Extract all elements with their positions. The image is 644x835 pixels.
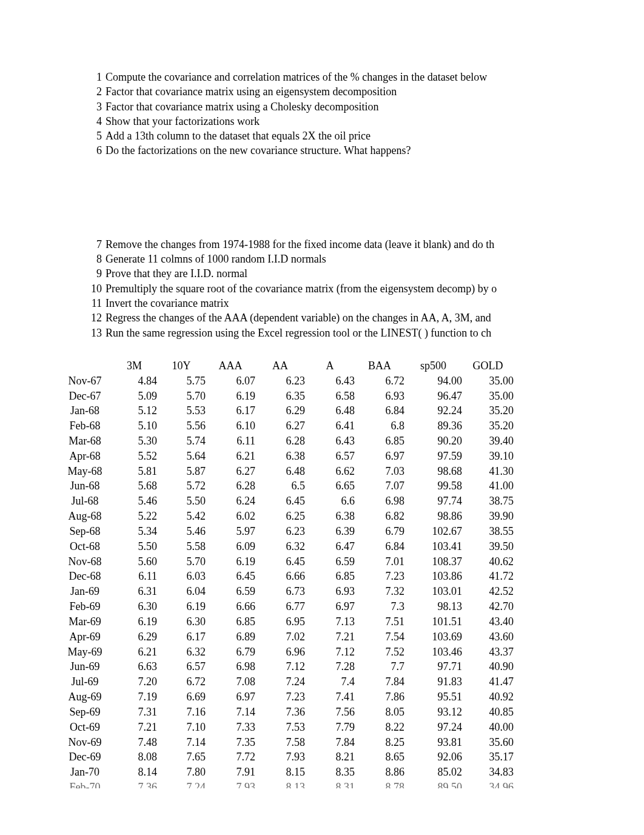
cell: 35.00 xyxy=(462,374,514,389)
cell: 43.37 xyxy=(462,645,514,660)
cell: 6.28 xyxy=(206,478,255,494)
row-label: Jun-68 xyxy=(61,478,112,494)
table-row: Jun-685.685.726.286.56.657.0799.5841.00 xyxy=(61,478,583,494)
cell: 85.02 xyxy=(404,765,462,780)
cell: 6.11 xyxy=(112,569,157,584)
cell: 7.53 xyxy=(255,720,305,735)
cell: 7.14 xyxy=(206,705,255,720)
cell: 6.02 xyxy=(206,509,255,524)
cell: 7.58 xyxy=(255,735,305,750)
cell: 6.95 xyxy=(255,614,305,629)
cell: 6.24 xyxy=(206,494,255,509)
cell: 6.29 xyxy=(112,629,157,645)
row-label: Feb-68 xyxy=(61,418,112,434)
cell: 103.69 xyxy=(404,629,462,645)
table-row: Sep-685.345.465.976.236.396.79102.6738.5… xyxy=(61,524,583,539)
cell: 7.10 xyxy=(157,720,206,735)
cell: 103.41 xyxy=(404,539,462,554)
cell: 38.75 xyxy=(462,494,514,509)
cell: 5.46 xyxy=(157,524,206,539)
instruction-number: 8 xyxy=(85,252,102,266)
cell: 7.21 xyxy=(112,720,157,735)
cell: 6.85 xyxy=(305,569,355,584)
instruction-number: 12 xyxy=(85,310,102,325)
row-label: Apr-68 xyxy=(61,449,112,464)
cell: 7.72 xyxy=(206,749,255,765)
cell: 7.84 xyxy=(305,735,355,750)
cell: 6.62 xyxy=(305,464,355,479)
cell: 5.81 xyxy=(112,464,157,479)
cell: 7.80 xyxy=(157,765,206,780)
cell: 7.91 xyxy=(206,765,255,780)
cell: 8.15 xyxy=(255,765,305,780)
cell: 6.66 xyxy=(206,599,255,614)
cell: 5.53 xyxy=(157,403,206,418)
cell: 7.84 xyxy=(355,674,404,689)
instruction-text: Prove that they are I.I.D. normal xyxy=(106,266,583,281)
cell: 5.72 xyxy=(157,478,206,494)
cell: 8.14 xyxy=(112,765,157,780)
cell: 6.97 xyxy=(305,599,355,614)
instruction-number: 4 xyxy=(85,114,102,129)
cell: 6.21 xyxy=(112,645,157,660)
cell: 7.28 xyxy=(305,659,355,674)
table-row: Aug-697.196.696.977.237.417.8695.5140.92 xyxy=(61,689,583,705)
cell: 6.84 xyxy=(355,539,404,554)
cell: 6.97 xyxy=(355,449,404,464)
cell: 6.89 xyxy=(206,629,255,645)
instruction-text: Regress the changes of the AAA (dependen… xyxy=(106,310,583,325)
cell: 6.79 xyxy=(355,524,404,539)
cell: 40.92 xyxy=(462,689,514,705)
cell: 7.7 xyxy=(355,659,404,674)
instruction-row: 5Add a 13th column to the dataset that e… xyxy=(85,129,583,143)
col-header-a: A xyxy=(305,358,355,374)
cell: 38.55 xyxy=(462,524,514,539)
cell: 41.72 xyxy=(462,569,514,584)
cell: 7.36 xyxy=(255,705,305,720)
cell: 6.97 xyxy=(206,689,255,705)
cell: 6.93 xyxy=(305,584,355,599)
table-row: Jul-697.206.727.087.247.47.8491.8341.47 xyxy=(61,674,583,689)
cell: 6.45 xyxy=(255,554,305,569)
cell: 92.06 xyxy=(404,749,462,765)
row-label: May-68 xyxy=(61,464,112,479)
cell: 6.98 xyxy=(206,659,255,674)
cell: 40.62 xyxy=(462,554,514,569)
cell: 6.30 xyxy=(112,599,157,614)
row-label: Jul-68 xyxy=(61,494,112,509)
cell: 4.84 xyxy=(112,374,157,389)
cell: 6.77 xyxy=(255,599,305,614)
cell: 34.83 xyxy=(462,765,514,780)
cell: 8.22 xyxy=(355,720,404,735)
instruction-row: 4Show that your factorizations work xyxy=(85,114,583,129)
cell: 5.34 xyxy=(112,524,157,539)
cell: 42.70 xyxy=(462,599,514,614)
cell: 39.40 xyxy=(462,434,514,449)
cell: 7.93 xyxy=(255,749,305,765)
cell: 6.59 xyxy=(305,554,355,569)
instruction-text: Remove the changes from 1974-1988 for th… xyxy=(106,237,583,252)
cell: 6.09 xyxy=(206,539,255,554)
cell: 7.52 xyxy=(355,645,404,660)
cell: 5.12 xyxy=(112,403,157,418)
instruction-number: 5 xyxy=(85,129,102,143)
row-label: Oct-69 xyxy=(61,720,112,735)
table-row: Jan-685.125.536.176.296.486.8492.2435.20 xyxy=(61,403,583,418)
table-row: Nov-685.605.706.196.456.597.01108.3740.6… xyxy=(61,554,583,569)
cell: 6.32 xyxy=(255,539,305,554)
cell: 92.24 xyxy=(404,403,462,418)
instruction-text: Generate 11 colmns of 1000 random I.I.D … xyxy=(106,252,583,266)
cell: 7.56 xyxy=(305,705,355,720)
cell: 94.00 xyxy=(404,374,462,389)
cell: 5.75 xyxy=(157,374,206,389)
cell: 6.10 xyxy=(206,418,255,434)
cell: 6.45 xyxy=(206,569,255,584)
cell: 6.58 xyxy=(305,389,355,404)
cell: 7.01 xyxy=(355,554,404,569)
cell: 7.02 xyxy=(255,629,305,645)
instruction-text: Run the same regression using the Excel … xyxy=(106,326,583,340)
cell: 40.85 xyxy=(462,705,514,720)
instruction-row: 13Run the same regression using the Exce… xyxy=(85,326,583,340)
cell: 103.46 xyxy=(404,645,462,660)
table-row: Dec-686.116.036.456.666.857.23103.8641.7… xyxy=(61,569,583,584)
